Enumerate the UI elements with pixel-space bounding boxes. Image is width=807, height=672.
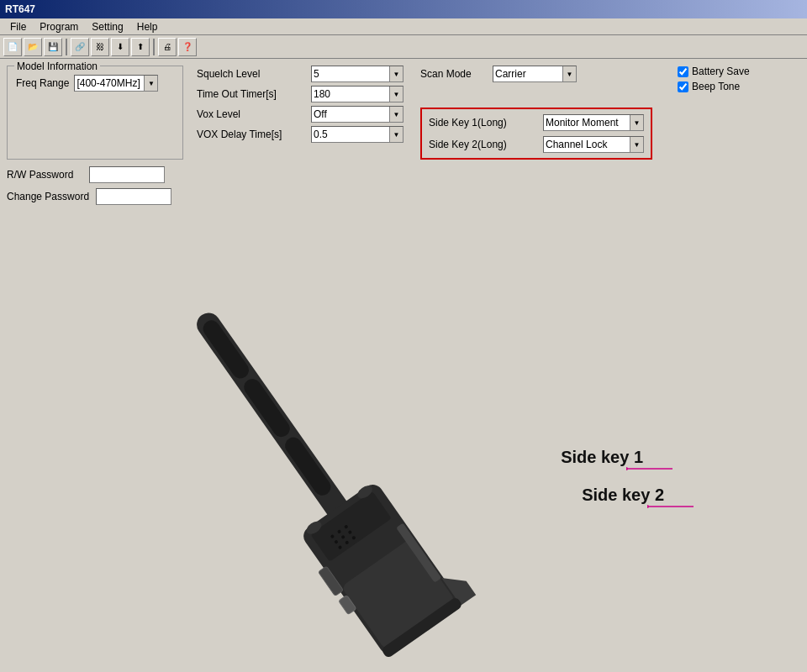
radio-image-area: Side key 1 Side key 2 [0, 208, 807, 672]
toolbar-sep2 [153, 39, 155, 55]
scan-section: Scan Mode CarrierTimeSearch ▼ Side Key 1… [420, 66, 652, 160]
disconnect-button[interactable]: ⛓ [91, 38, 109, 56]
scan-mode-label: Scan Mode [420, 68, 488, 80]
scan-select-wrapper: CarrierTimeSearch ▼ [493, 66, 577, 82]
svg-rect-3 [282, 434, 334, 499]
params-section: Squelch Level 123456789 ▼ Time Out Timer… [197, 66, 404, 160]
menu-setting[interactable]: Setting [85, 19, 129, 34]
title-bar-text: RT647 [5, 3, 35, 15]
toolbar-sep1 [66, 39, 67, 55]
print-button[interactable]: 🖨 [158, 38, 177, 56]
svg-rect-1 [200, 317, 252, 381]
help-button[interactable]: ❓ [178, 38, 197, 56]
beep-tone-checkbox[interactable] [678, 81, 688, 92]
squelch-row: Squelch Level 123456789 ▼ [197, 66, 404, 82]
freq-range-select-wrapper: [400-470MHz][136-174MHz] ▼ [74, 75, 158, 92]
timeout-select-wrapper: 306090120150180210240 ▼ [311, 86, 404, 102]
title-bar: RT647 [0, 0, 807, 18]
model-info-box: Model Information Freq Range [400-470MHz… [7, 66, 183, 160]
vox-select[interactable]: Off123456789 [311, 106, 404, 123]
battery-save-checkbox[interactable] [678, 66, 688, 77]
freq-range-label: Freq Range [16, 77, 69, 89]
toolbar: 📄 📂 💾 🔗 ⛓ ⬇ ⬆ 🖨 ❓ [0, 35, 807, 59]
read-button[interactable]: ⬇ [111, 38, 129, 56]
vox-delay-select[interactable]: 0.51.01.52.02.53.0 [311, 126, 404, 143]
connect-button[interactable]: 🔗 [71, 38, 89, 56]
side-key2-select-wrapper: Channel LockMonitorTx PowerScan ▼ [543, 136, 644, 153]
write-button[interactable]: ⬆ [131, 38, 150, 56]
timeout-select[interactable]: 306090120150180210240 [311, 86, 404, 102]
squelch-select[interactable]: 123456789 [311, 66, 404, 82]
side-key2-select[interactable]: Channel LockMonitorTx PowerScan [543, 136, 644, 153]
freq-range-select[interactable]: [400-470MHz][136-174MHz] [74, 75, 158, 92]
rw-password-row: R/W Password [7, 166, 800, 183]
freq-range-row: Freq Range [400-470MHz][136-174MHz] ▼ [16, 75, 174, 92]
vox-delay-label: VOX Delay Time[s] [197, 129, 306, 140]
side-key1-row: Side Key 1(Long) Monitor MomentMonitorTx… [429, 114, 644, 131]
squelch-select-wrapper: 123456789 ▼ [311, 66, 404, 82]
side-key-box: Side Key 1(Long) Monitor MomentMonitorTx… [420, 108, 652, 160]
controls-row: Model Information Freq Range [400-470MHz… [0, 59, 807, 163]
beep-tone-row: Beep Tone [678, 81, 750, 92]
side-key2-row: Side Key 2(Long) Channel LockMonitorTx P… [429, 136, 644, 153]
vox-delay-select-wrapper: 0.51.01.52.02.53.0 ▼ [311, 126, 404, 143]
menu-file[interactable]: File [3, 19, 33, 34]
side-key1-label: Side Key 1(Long) [429, 117, 538, 129]
model-info-title: Model Information [14, 60, 100, 72]
vox-row: Vox Level Off123456789 ▼ [197, 106, 404, 123]
battery-save-label: Battery Save [692, 66, 750, 77]
scan-select[interactable]: CarrierTimeSearch [493, 66, 577, 82]
vox-label: Vox Level [197, 108, 306, 120]
password-section: R/W Password Change Password [0, 163, 807, 208]
change-password-input[interactable] [96, 188, 171, 205]
checkboxes-section: Battery Save Beep Tone [678, 66, 750, 160]
menu-program[interactable]: Program [33, 19, 85, 34]
side-key1-select-wrapper: Monitor MomentMonitorTx PowerScan ▼ [543, 114, 644, 131]
beep-tone-label: Beep Tone [692, 81, 740, 92]
rw-password-input[interactable] [89, 166, 165, 183]
key2-arrow [647, 498, 698, 515]
side-key1-select[interactable]: Monitor MomentMonitorTx PowerScan [543, 114, 644, 131]
key1-arrow [626, 460, 677, 477]
svg-rect-2 [240, 375, 293, 440]
side-key2-label: Side Key 2(Long) [429, 139, 538, 150]
battery-save-row: Battery Save [678, 66, 750, 77]
save-button[interactable]: 💾 [44, 38, 62, 56]
rw-password-label: R/W Password [7, 169, 82, 181]
svg-point-26 [647, 505, 649, 508]
menu-bar: File Program Setting Help [0, 18, 807, 35]
change-password-row: Change Password [7, 188, 800, 205]
radio-svg [67, 225, 672, 662]
scan-mode-row: Scan Mode CarrierTimeSearch ▼ [420, 66, 652, 82]
open-button[interactable]: 📂 [24, 38, 42, 56]
timeout-label: Time Out Timer[s] [197, 88, 306, 100]
timeout-row: Time Out Timer[s] 306090120150180210240 … [197, 86, 404, 102]
vox-delay-row: VOX Delay Time[s] 0.51.01.52.02.53.0 ▼ [197, 126, 404, 143]
new-button[interactable]: 📄 [3, 38, 22, 56]
menu-help[interactable]: Help [130, 19, 165, 34]
squelch-label: Squelch Level [197, 68, 306, 80]
change-password-label: Change Password [7, 191, 89, 202]
svg-point-24 [626, 467, 628, 470]
vox-select-wrapper: Off123456789 ▼ [311, 106, 404, 123]
